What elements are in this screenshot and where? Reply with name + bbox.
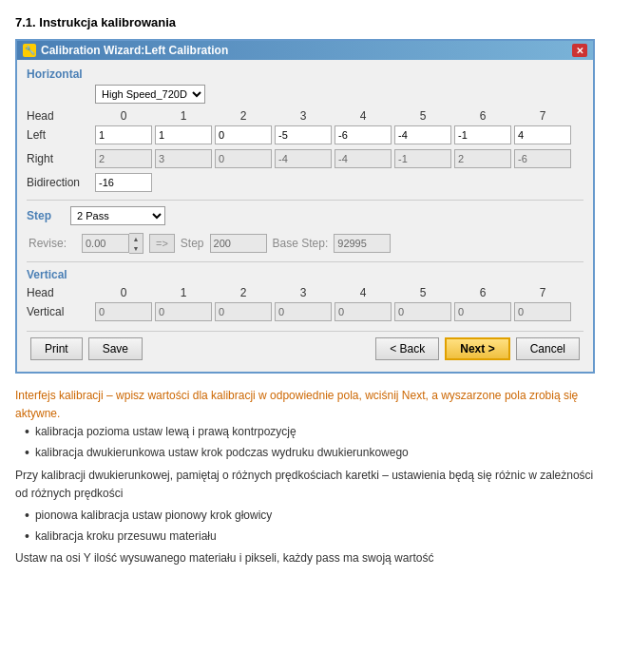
spinner-up[interactable]: ▲ bbox=[129, 234, 143, 243]
revise-label: Revise: bbox=[29, 237, 76, 250]
head-label: Head bbox=[27, 109, 54, 123]
step-section: Step 2 Pass 4 Pass 6 Pass Revise: ▲ ▼ = bbox=[27, 206, 583, 254]
head-7: 7 bbox=[514, 109, 571, 123]
vhead-3: 3 bbox=[275, 286, 332, 299]
vertical-input-0[interactable] bbox=[95, 302, 152, 321]
speed-select-container: High Speed_720D High Speed_360D Low Spee… bbox=[95, 85, 205, 104]
dialog-title: Calibration Wizard:Left Calibration bbox=[41, 44, 228, 57]
left-input-0[interactable] bbox=[95, 125, 152, 144]
right-input-3[interactable] bbox=[275, 149, 332, 168]
vhead-1: 1 bbox=[155, 286, 212, 299]
bullet-3: pionowa kalibracja ustaw pionowy krok gł… bbox=[25, 507, 595, 526]
vhead-5: 5 bbox=[394, 286, 451, 299]
vertical-row-label: Vertical bbox=[27, 305, 95, 318]
vertical-inputs bbox=[95, 302, 571, 321]
bidirection-input[interactable] bbox=[95, 173, 152, 192]
left-input-3[interactable] bbox=[275, 125, 332, 144]
vertical-input-3[interactable] bbox=[275, 302, 332, 321]
vertical-input-1[interactable] bbox=[155, 302, 212, 321]
back-button[interactable]: < Back bbox=[375, 337, 439, 360]
arrow-button[interactable]: => bbox=[149, 234, 175, 253]
vertical-section-label: Vertical bbox=[27, 268, 583, 281]
bullet-1: kalibracja pozioma ustaw lewą i prawą ko… bbox=[25, 423, 595, 442]
left-input-7[interactable] bbox=[514, 125, 571, 144]
spinner-down[interactable]: ▼ bbox=[129, 243, 143, 253]
vhead-0: 0 bbox=[95, 286, 152, 299]
close-button[interactable]: ✕ bbox=[572, 44, 587, 57]
vertical-head-cells: 0 1 2 3 4 5 6 7 bbox=[95, 286, 571, 299]
vertical-input-5[interactable] bbox=[394, 302, 451, 321]
dialog-titlebar: 🔧 Calibration Wizard:Left Calibration ✕ bbox=[17, 41, 593, 60]
desc-end: Ustaw na osi Y ilość wysuwanego materiał… bbox=[15, 549, 595, 567]
divider-1 bbox=[27, 200, 583, 201]
vhead-4: 4 bbox=[335, 286, 392, 299]
right-input-1[interactable] bbox=[155, 149, 212, 168]
vertical-input-7[interactable] bbox=[514, 302, 571, 321]
right-row: Right bbox=[27, 149, 583, 168]
vertical-input-6[interactable] bbox=[454, 302, 511, 321]
vhead-2: 2 bbox=[215, 286, 272, 299]
save-button[interactable]: Save bbox=[88, 337, 143, 360]
vertical-values-row: Vertical bbox=[27, 302, 583, 321]
vertical-section: Vertical Head 0 1 2 3 4 5 6 7 bbox=[27, 268, 583, 321]
head-4: 4 bbox=[335, 109, 392, 123]
vertical-head-row: Head 0 1 2 3 4 5 6 7 bbox=[27, 285, 583, 299]
basestep-label: Base Step: bbox=[273, 237, 329, 250]
vertical-head-label: Head bbox=[27, 286, 54, 299]
right-input-5[interactable] bbox=[394, 149, 451, 168]
right-input-2[interactable] bbox=[215, 149, 272, 168]
left-row: Left bbox=[27, 125, 583, 144]
description-area: Interfejs kalibracji – wpisz wartości dl… bbox=[15, 387, 595, 567]
left-input-4[interactable] bbox=[335, 125, 392, 144]
left-inputs bbox=[95, 125, 571, 144]
head-6: 6 bbox=[454, 109, 511, 123]
head-0: 0 bbox=[95, 109, 152, 123]
horizontal-speed-row: High Speed_720D High Speed_360D Low Spee… bbox=[27, 85, 583, 104]
desc-bullets-1: kalibracja pozioma ustaw lewą i prawą ko… bbox=[25, 423, 595, 462]
bullet-2: kalibracja dwukierunkowa ustaw krok podc… bbox=[25, 444, 595, 463]
basestep-input[interactable] bbox=[334, 234, 391, 253]
horizontal-head-row: Head 0 1 2 3 4 5 6 7 bbox=[27, 108, 583, 123]
revise-input[interactable] bbox=[82, 234, 129, 253]
print-button[interactable]: Print bbox=[30, 337, 83, 360]
dialog-body: Horizontal High Speed_720D High Speed_36… bbox=[17, 60, 593, 372]
desc-bullets-2: pionowa kalibracja ustaw pionowy krok gł… bbox=[25, 507, 595, 546]
left-label: Left bbox=[27, 128, 95, 142]
cancel-button[interactable]: Cancel bbox=[516, 337, 580, 360]
spinner-arrows: ▲ ▼ bbox=[129, 233, 143, 254]
right-input-4[interactable] bbox=[335, 149, 392, 168]
bidirection-row: Bidirection bbox=[27, 173, 583, 192]
step-section-label: Step bbox=[27, 209, 65, 222]
step-text-label: Step bbox=[181, 237, 204, 250]
left-input-2[interactable] bbox=[215, 125, 272, 144]
bidirection-label: Bidirection bbox=[27, 176, 95, 189]
desc-mid: Przy kalibracji dwukierunkowej, pamiętaj… bbox=[15, 467, 595, 503]
bullet-4: kalibracja kroku przesuwu materiału bbox=[25, 528, 595, 547]
vertical-head-spacer: Head bbox=[27, 285, 95, 299]
page-title: 7.1. Instrukcja kalibrowania bbox=[15, 15, 616, 29]
head-2: 2 bbox=[215, 109, 272, 123]
right-inputs bbox=[95, 149, 571, 168]
vertical-input-2[interactable] bbox=[215, 302, 272, 321]
right-input-6[interactable] bbox=[454, 149, 511, 168]
head-1: 1 bbox=[155, 109, 212, 123]
head-cells: 0 1 2 3 4 5 6 7 bbox=[95, 109, 571, 123]
speed-select[interactable]: High Speed_720D High Speed_360D Low Spee… bbox=[95, 85, 205, 104]
vhead-6: 6 bbox=[454, 286, 511, 299]
left-input-1[interactable] bbox=[155, 125, 212, 144]
right-input-0[interactable] bbox=[95, 149, 152, 168]
left-input-6[interactable] bbox=[454, 125, 511, 144]
vhead-7: 7 bbox=[514, 286, 571, 299]
right-label: Right bbox=[27, 152, 95, 165]
next-button[interactable]: Next > bbox=[445, 337, 509, 360]
button-row: Print Save < Back Next > Cancel bbox=[27, 331, 583, 364]
head-3: 3 bbox=[275, 109, 332, 123]
dialog-icon: 🔧 bbox=[23, 44, 36, 57]
head-5: 5 bbox=[394, 109, 451, 123]
step-select[interactable]: 2 Pass 4 Pass 6 Pass bbox=[70, 206, 165, 225]
vertical-input-4[interactable] bbox=[335, 302, 392, 321]
left-input-5[interactable] bbox=[394, 125, 451, 144]
step-value-input[interactable] bbox=[210, 234, 267, 253]
right-input-7[interactable] bbox=[514, 149, 571, 168]
desc-intro: Interfejs kalibracji – wpisz wartości dl… bbox=[15, 387, 595, 423]
